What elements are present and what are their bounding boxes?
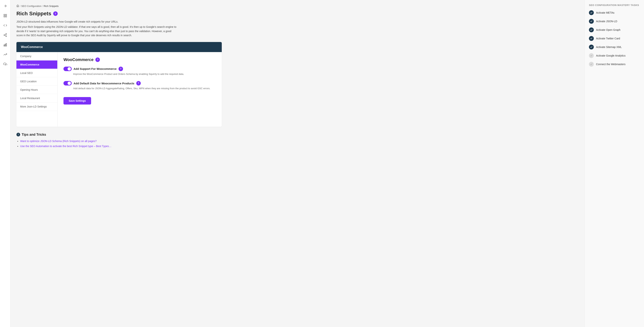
arrow-right-icon[interactable]	[2, 3, 8, 9]
page-title-area: Rich Snippets ?	[16, 11, 578, 16]
card-body: Company WooCommerce Local SEO GEO Locati…	[16, 52, 222, 127]
toggle-support-switch[interactable]	[64, 67, 72, 71]
card-nav: Company WooCommerce Local SEO GEO Locati…	[16, 52, 58, 127]
page-title: Rich Snippets	[16, 11, 51, 16]
tips-link-1[interactable]: Want to optimize JSON-LD Schema (Rich Sn…	[20, 140, 97, 142]
share-icon[interactable]	[2, 32, 8, 38]
task-check-metas	[589, 10, 594, 15]
svg-point-5	[4, 35, 5, 36]
toggle-support-label: Add Support For Woocommerce	[74, 67, 117, 70]
nav-item-opening-hours[interactable]: Opening Hours	[16, 86, 57, 94]
card-content: WooCommerce ? Add Support For Woocommerc…	[58, 52, 222, 127]
toggle-label-row-1: Add Support For Woocommerce ?	[64, 67, 216, 71]
svg-rect-2	[4, 16, 5, 17]
toggle-label-row-2: Add Default Data for Woocommerce Product…	[64, 81, 216, 86]
task-item-json-ld: Activate JSON-LD	[589, 19, 640, 24]
toggle-support-help-icon[interactable]: ?	[118, 67, 123, 71]
task-item-twitter-card: Activate Twitter Card	[589, 36, 640, 41]
breadcrumb-link-seo[interactable]: SEO Configuration	[21, 5, 42, 8]
nav-item-more-json-ld[interactable]: More Json-LD Settings	[16, 102, 57, 111]
task-check-json-ld	[589, 19, 594, 24]
svg-rect-10	[5, 44, 6, 46]
page-description-1: JSON-LD structured data influences how G…	[16, 20, 177, 24]
task-check-twitter-card	[589, 36, 594, 41]
task-label-sitemap-xml: Activate Sitemap XML	[596, 46, 622, 48]
task-label-webmasters: Connect the Webmasters	[596, 63, 626, 66]
nav-item-company[interactable]: Company	[16, 52, 57, 60]
toggle-support-thumb	[68, 67, 71, 70]
nav-item-local-seo[interactable]: Local SEO	[16, 69, 57, 77]
svg-rect-0	[4, 14, 5, 16]
toggle-default-data-description: Add default data for JSON-LD AggregateRa…	[73, 86, 216, 90]
task-label-json-ld: Activate JSON-LD	[596, 20, 617, 23]
svg-rect-1	[6, 14, 6, 16]
task-label-open-graph: Activate Open Graph	[596, 28, 620, 31]
tips-list: Want to optimize JSON-LD Schema (Rich Sn…	[16, 139, 222, 148]
right-sidebar-title: SEO Configuration Mastery Tasks	[589, 4, 640, 6]
nav-item-woocommerce[interactable]: WooCommerce	[16, 60, 57, 69]
home-icon	[16, 4, 19, 8]
main-card: WooCommerce Company WooCommerce Local SE…	[16, 42, 222, 127]
code-icon[interactable]	[2, 22, 8, 28]
task-item-metas: Activate METAs	[589, 10, 640, 15]
tips-section: ! Tips and Tricks Want to optimize JSON-…	[16, 133, 222, 148]
save-settings-button[interactable]: Save Settings	[64, 97, 91, 104]
section-title: WooCommerce	[64, 57, 94, 62]
grid-icon[interactable]	[2, 13, 8, 19]
toggle-support-track[interactable]	[64, 67, 72, 71]
tips-info-icon: !	[16, 133, 20, 136]
svg-line-8	[5, 34, 6, 35]
task-label-twitter-card: Activate Twitter Card	[596, 37, 620, 40]
card-header: WooCommerce	[16, 42, 222, 52]
tips-link-2[interactable]: Use the SEO Automation to activate the b…	[20, 145, 112, 148]
toggle-row-support: Add Support For Woocommerce ? Improve th…	[64, 67, 216, 76]
page-description-2: Test your Rich Snippets using the JSON-L…	[16, 25, 177, 37]
toggle-default-data-label: Add Default Data for Woocommerce Product…	[74, 82, 134, 85]
breadcrumb-current: Rich Snippets	[44, 5, 58, 8]
page-help-icon[interactable]: ?	[53, 12, 58, 16]
task-check-google-analytics	[589, 53, 594, 58]
svg-point-6	[6, 36, 6, 36]
tips-item-1: Want to optimize JSON-LD Schema (Rich Sn…	[20, 139, 222, 143]
chart-bar-icon[interactable]	[2, 42, 8, 48]
toggle-support-description: Improve the WooCommerce Product and Orde…	[73, 72, 216, 76]
task-check-open-graph	[589, 28, 594, 32]
task-check-sitemap-xml	[589, 44, 594, 50]
upload-icon[interactable]	[2, 61, 8, 67]
svg-rect-9	[4, 45, 4, 46]
right-sidebar: SEO Configuration Mastery Tasks Activate…	[584, 0, 644, 327]
breadcrumb: / SEO Configuration / Rich Snippets	[16, 4, 578, 8]
svg-rect-11	[6, 44, 6, 46]
svg-line-7	[5, 35, 6, 36]
tips-title-area: ! Tips and Tricks	[16, 133, 222, 136]
section-help-icon[interactable]: ?	[96, 58, 100, 62]
tips-item-2: Use the SEO Automation to activate the b…	[20, 144, 222, 148]
toggle-default-data-thumb	[68, 82, 71, 85]
task-check-webmasters	[589, 62, 594, 67]
section-title-area: WooCommerce ?	[64, 57, 216, 62]
task-item-open-graph: Activate Open Graph	[589, 28, 640, 32]
toggle-row-default-data: Add Default Data for Woocommerce Product…	[64, 81, 216, 90]
tips-title: Tips and Tricks	[22, 133, 46, 136]
toggle-default-data-help-icon[interactable]: ?	[136, 81, 141, 86]
svg-point-4	[6, 34, 6, 34]
trending-icon[interactable]	[2, 52, 8, 58]
svg-rect-3	[6, 16, 6, 17]
task-item-webmasters: Connect the Webmasters	[589, 62, 640, 67]
breadcrumb-sep-2: /	[42, 5, 43, 8]
breadcrumb-sep-1: /	[20, 5, 20, 8]
nav-item-geo-location[interactable]: GEO Location	[16, 77, 57, 86]
task-label-google-analytics: Activate Google Analytics	[596, 54, 626, 57]
toggle-default-data-track[interactable]	[64, 81, 72, 86]
toggle-default-data-switch[interactable]	[64, 81, 72, 86]
left-sidebar	[0, 0, 10, 327]
main-content: / SEO Configuration / Rich Snippets Rich…	[10, 0, 584, 327]
task-item-sitemap-xml: Activate Sitemap XML	[589, 44, 640, 50]
nav-item-local-restaurant[interactable]: Local Restaurant	[16, 94, 57, 102]
task-label-metas: Activate METAs	[596, 11, 614, 14]
task-item-google-analytics: Activate Google Analytics	[589, 53, 640, 58]
